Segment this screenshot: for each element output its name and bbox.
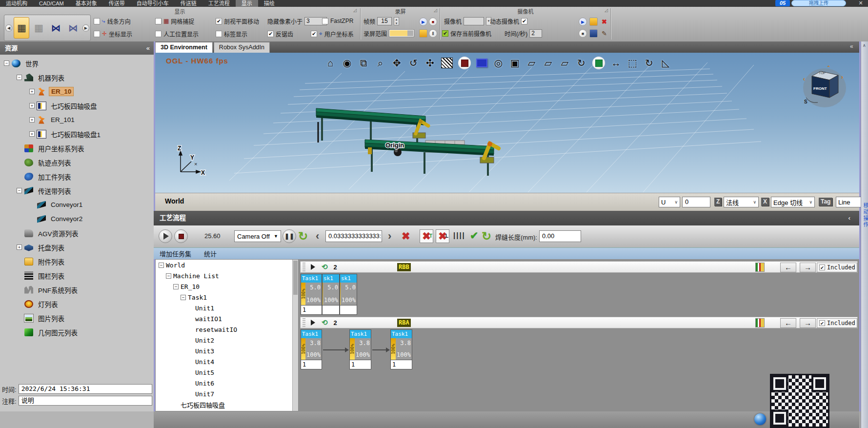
clip-plane-y-icon[interactable]: ▱ (543, 57, 554, 69)
nav-cube[interactable]: TOP FRONT ‹ › ⌃ S (803, 65, 846, 107)
move-left-button[interactable]: ← (780, 318, 796, 328)
fit-view-icon[interactable]: ✣ (424, 57, 436, 69)
rotate-point-icon[interactable]: ↻ (576, 57, 587, 69)
process-tree-item[interactable]: resetwaitIO (156, 324, 298, 335)
robot-list-icon[interactable] (755, 318, 765, 327)
upload-pill-button[interactable]: 拖拽上传 (791, 0, 846, 6)
dialog-launcher-icon[interactable]: ◿ (605, 8, 608, 13)
expander-icon[interactable]: − (181, 295, 186, 300)
task-block[interactable]: Task1 100% 3.8100% 1 (349, 329, 371, 369)
task-count-cell[interactable]: 1 (301, 360, 322, 369)
checkbox-fastzpr[interactable]: FastZPR (322, 17, 353, 25)
tree-item[interactable]: + 托盘列表 (0, 240, 154, 254)
drag-handle[interactable] (303, 318, 305, 327)
tree-scrollbar[interactable] (292, 260, 298, 411)
process-tree-item[interactable]: Unit3 (156, 346, 298, 356)
tree-item[interactable]: 用户坐标系列表 (0, 141, 154, 155)
gallery-next-icon[interactable]: ▶ (82, 24, 89, 32)
scroll-up-icon[interactable]: ∧ (863, 43, 866, 48)
camera-save-disk-icon[interactable] (589, 29, 598, 38)
group-play-icon[interactable] (311, 264, 315, 270)
process-stop-button[interactable] (174, 229, 188, 243)
menu-item[interactable]: 显示 (236, 0, 258, 7)
record-folder-icon[interactable] (419, 29, 427, 38)
process-tree-item[interactable]: Unit4 (156, 356, 298, 367)
menu-item[interactable]: 自动导引小车 (131, 0, 175, 7)
background-color-icon[interactable] (458, 57, 471, 69)
clip-plane-x-icon[interactable]: ▱ (526, 57, 537, 69)
expander-icon[interactable]: − (4, 61, 9, 66)
close-icon[interactable]: ✕ (856, 0, 866, 6)
tree-item[interactable]: + 七巧板四轴吸盘1 (0, 127, 154, 141)
checkbox-label-display[interactable]: 标签显示 (216, 30, 247, 38)
regenerate-icon[interactable]: ↻ (482, 229, 491, 243)
view-style-4[interactable]: ⋈ (65, 17, 81, 39)
process-pause-button[interactable]: ❚❚ (283, 229, 296, 243)
record-play-icon[interactable]: ▶ (419, 18, 427, 26)
3d-viewport[interactable]: Origin Z Y X × TOP FRONT ‹ › ⌃ (155, 53, 859, 193)
expander-icon[interactable]: + (29, 131, 35, 137)
task-block[interactable]: Task1 100% 3.8100% 1 (301, 329, 322, 369)
move-left-button[interactable]: ← (780, 263, 796, 272)
menu-item[interactable]: 描绘 (258, 0, 281, 7)
expander-icon[interactable]: + (29, 103, 35, 108)
checkbox-section-plane-move[interactable]: ✔ 剖视平面移动 (216, 17, 259, 25)
task-block[interactable]: sk1 5.0100% (322, 274, 340, 315)
menu-item[interactable]: CAD/CAM (33, 0, 70, 7)
center-target-icon[interactable]: ◎ (493, 57, 504, 69)
validate-icon[interactable]: ✔ (470, 230, 479, 242)
tree-item[interactable]: + ER_101 (0, 113, 154, 127)
tree-item[interactable]: 附件列表 (0, 254, 154, 268)
checkbox-line-direction[interactable]: ⤷ 线条方向 (94, 17, 131, 25)
checkbox-manual-position[interactable]: 人工位置显示 (155, 30, 199, 38)
view-style-3[interactable]: ⋈ (48, 17, 64, 39)
tree-item[interactable]: + ER_10 (0, 84, 154, 99)
camera-brush-icon[interactable]: ✎ (600, 29, 608, 38)
gallery-prev-icon[interactable]: ◀ (5, 24, 12, 32)
move-operation-label[interactable]: 移动操作 (862, 203, 868, 228)
tree-item[interactable]: − 世界 (0, 56, 154, 70)
hatch-style-icon[interactable] (441, 58, 453, 68)
fill-color-icon[interactable] (476, 59, 487, 67)
included-checkbox[interactable]: ✔Included (817, 263, 857, 272)
checkbox-coord-display[interactable]: ✛ 坐标显示 (94, 30, 132, 38)
zoom-icon[interactable]: ⌕ (375, 57, 386, 69)
viewport-tab[interactable]: Robox SysAddIn (214, 42, 270, 53)
tree-item[interactable]: Conveyor1 (0, 198, 154, 212)
camera-stop-icon[interactable]: ■ (579, 29, 587, 38)
process-tree-item[interactable]: Unit7 (156, 388, 298, 399)
record-pause-icon[interactable]: ‖ (429, 29, 437, 38)
expander-icon[interactable]: − (173, 284, 179, 289)
included-checkbox[interactable]: ✔Included (817, 318, 857, 328)
task-count-cell[interactable] (323, 305, 339, 314)
process-tree-item[interactable]: waitIO1 (156, 313, 298, 324)
clip-plane-z-icon[interactable]: ▱ (559, 57, 570, 69)
robot-list-icon[interactable] (755, 263, 765, 272)
normal-select[interactable]: 法线∨ (724, 197, 759, 207)
process-tree-item[interactable]: − World (156, 260, 298, 270)
tree-item[interactable]: − 机器列表 (0, 70, 154, 84)
expander-icon[interactable]: − (159, 263, 164, 268)
bounding-box-icon[interactable]: ⬚ (627, 57, 638, 69)
group-refresh-icon[interactable]: ⟲ (322, 263, 328, 271)
collapse-process-icon[interactable]: ‹ (848, 211, 851, 225)
tree-item[interactable]: 图片列表 (0, 311, 154, 325)
time-input[interactable]: 2022/6/24 15:36:31 (19, 384, 152, 394)
pan-icon[interactable]: ✥ (391, 57, 403, 69)
expander-icon[interactable]: − (17, 188, 22, 193)
task-block[interactable]: Task1 100% 5.0100% 1 (301, 274, 322, 315)
camera-play-icon[interactable]: ▶ (579, 18, 587, 26)
task-count-cell[interactable]: 1 (391, 360, 412, 369)
camera-folder-icon[interactable] (589, 18, 598, 26)
process-tab[interactable]: 统计 (204, 249, 217, 258)
expander-icon[interactable]: + (29, 89, 35, 94)
u-select[interactable]: U∨ (659, 197, 680, 207)
menu-item[interactable]: 传送带 (103, 0, 131, 7)
measure-angle-icon[interactable]: ◺ (660, 57, 671, 69)
process-tab[interactable]: 增加任务集 (160, 249, 191, 258)
expander-icon[interactable]: + (17, 245, 22, 250)
view-style-active[interactable]: ▦ (14, 17, 29, 39)
dialog-launcher-icon[interactable]: ◿ (434, 8, 437, 13)
group-play-icon[interactable] (311, 320, 315, 326)
tree-item[interactable]: PNF系统列表 (0, 283, 154, 297)
